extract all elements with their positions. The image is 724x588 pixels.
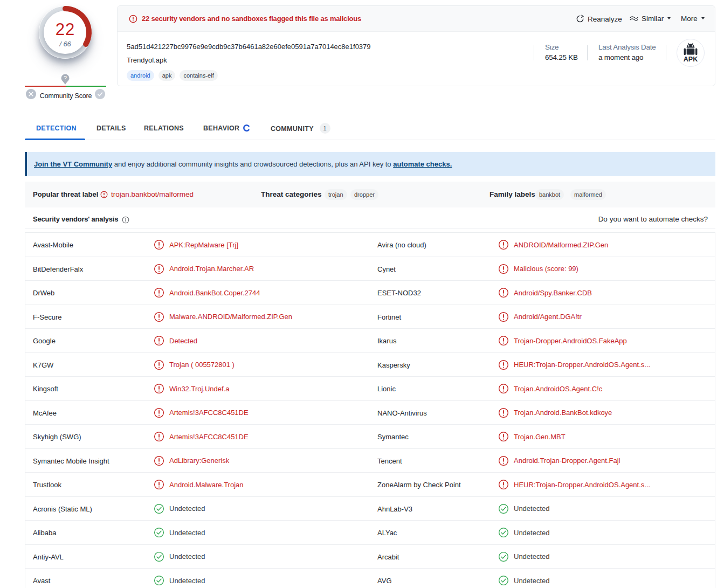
svg-text:APK: APK (684, 56, 698, 63)
svg-text:?: ? (64, 75, 67, 81)
